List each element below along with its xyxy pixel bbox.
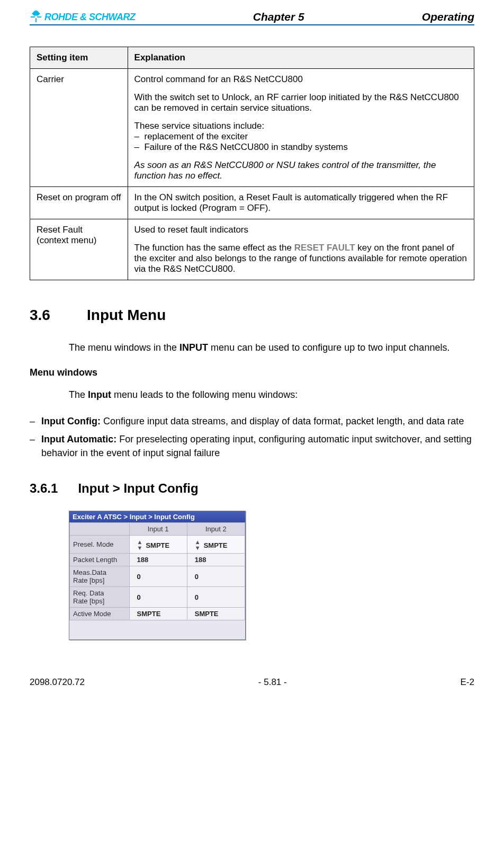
logo: ROHDE & SCHWARZ [30,11,136,23]
panel-table: Input 1 Input 2 Presel. Mode ▲▼SMPTE ▲▼S… [69,522,245,620]
key-label: RESET FAULT [294,243,355,253]
table-row: Reset on program off In the ON switch po… [30,187,474,219]
req-data-rate-input2: 0 [187,587,245,608]
settings-table: Setting item Explanation Carrier Control… [30,47,474,280]
updown-icon: ▲▼ [137,539,143,551]
logo-text: ROHDE & SCHWARZ [44,12,136,23]
packet-length-input2: 188 [187,554,245,566]
logo-icon [30,11,42,23]
packet-length-input1: 188 [129,554,187,566]
footer-right: E-2 [461,677,474,688]
active-mode-input2: SMPTE [187,608,245,620]
cell-explanation: In the ON switch position, a Reset Fault… [128,187,474,219]
svg-rect-3 [35,18,37,22]
svg-rect-2 [35,12,37,16]
row-label: Presel. Mode [70,536,130,554]
cell-item: Carrier [30,69,128,187]
bullet: – replacement of the exciter [134,131,467,142]
list: Input Config: Configure input data strea… [30,414,474,460]
panel-padding [69,620,245,639]
section-title: Input Menu [87,307,166,324]
paragraph: These service situations include: [134,121,467,131]
paragraph: The menu windows in the INPUT menu can b… [69,341,474,354]
subheading: Menu windows [30,367,474,378]
paragraph: Control command for an R&S NetCCU800 [134,74,467,85]
th-setting-item: Setting item [30,47,128,69]
paragraph: Used to reset fault indicators [134,225,467,235]
presel-mode-input1[interactable]: ▲▼SMPTE [129,536,187,554]
meas-data-rate-input2: 0 [187,566,245,587]
row-label: Active Mode [70,608,130,620]
section-number: 3.6 [30,307,61,324]
page-header: ROHDE & SCHWARZ Chapter 5 Operating [30,11,474,25]
cell-item: Reset on program off [30,187,128,219]
input-config-panel: Exciter A ATSC > Input > Input Config In… [69,511,246,640]
chapter-label: Chapter 5 [253,11,304,23]
meas-data-rate-input1: 0 [129,566,187,587]
row-label: Meas.DataRate [bps] [70,566,130,587]
section-heading: 3.6 Input Menu [30,307,474,324]
list-item: Input Automatic: For preselecting operat… [30,432,474,460]
header-right: Operating [422,11,474,23]
svg-rect-4 [31,16,35,17]
footer-left: 2098.0720.72 [30,677,85,688]
bullet: – Failure of the R&S NetCCU800 in standb… [134,142,467,153]
panel-title: Exciter A ATSC > Input > Input Config [69,511,245,522]
subsection-title: Input > Input Config [78,481,198,496]
subsection-heading: 3.6.1 Input > Input Config [30,481,474,496]
paragraph: The Input menu leads to the following me… [69,388,474,402]
col-input1: Input 1 [129,523,187,536]
col-blank [70,523,130,536]
req-data-rate-input1: 0 [129,587,187,608]
panel-row: Packet Length 188 188 [70,554,245,566]
cell-explanation: Used to reset fault indicators The funct… [128,219,474,280]
panel-row: Req. DataRate [bps] 0 0 [70,587,245,608]
table-row: Reset Fault (context menu) Used to reset… [30,219,474,280]
panel-row: Meas.DataRate [bps] 0 0 [70,566,245,587]
row-label: Req. DataRate [bps] [70,587,130,608]
active-mode-input1: SMPTE [129,608,187,620]
paragraph: The function has the same effect as the … [134,243,467,274]
footer-center: - 5.81 - [258,677,287,688]
updown-icon: ▲▼ [195,539,201,551]
cell-item: Reset Fault (context menu) [30,219,128,280]
italic-paragraph: As soon as an R&S NetCCU800 or NSU takes… [134,160,467,181]
panel-row: Presel. Mode ▲▼SMPTE ▲▼SMPTE [70,536,245,554]
col-input2: Input 2 [187,523,245,536]
th-explanation: Explanation [128,47,474,69]
list-item: Input Config: Configure input data strea… [30,414,474,428]
page-footer: 2098.0720.72 - 5.81 - E-2 [0,677,504,693]
row-label: Packet Length [70,554,130,566]
svg-rect-5 [37,16,41,17]
panel-row: Active Mode SMPTE SMPTE [70,608,245,620]
presel-mode-input2[interactable]: ▲▼SMPTE [187,536,245,554]
table-row: Carrier Control command for an R&S NetCC… [30,69,474,187]
cell-explanation: Control command for an R&S NetCCU800 Wit… [128,69,474,187]
subsection-number: 3.6.1 [30,481,58,496]
paragraph: With the switch set to Unlock, an RF car… [134,92,467,113]
